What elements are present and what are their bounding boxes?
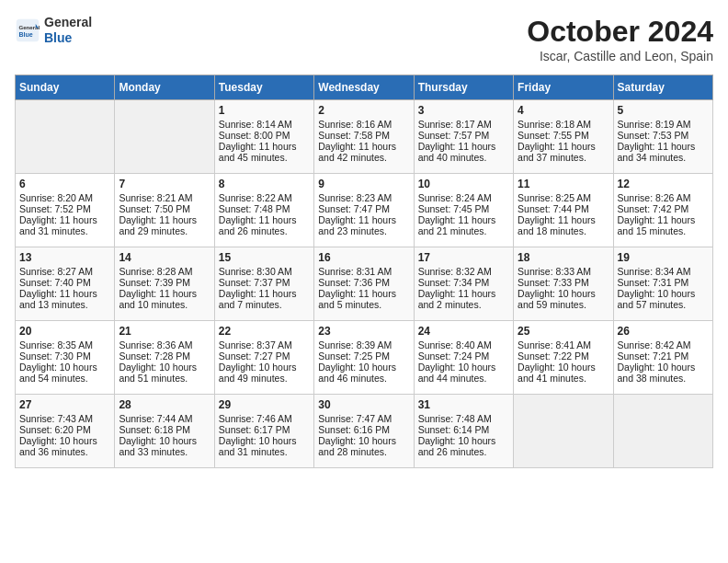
day-info: Sunrise: 8:16 AM xyxy=(318,119,409,130)
calendar-cell: 25Sunrise: 8:41 AMSunset: 7:22 PMDayligh… xyxy=(514,321,613,395)
day-number: 31 xyxy=(418,398,509,411)
day-info: Sunset: 7:57 PM xyxy=(418,130,509,141)
day-info: Sunrise: 8:25 AM xyxy=(518,192,609,203)
day-info: Sunrise: 8:22 AM xyxy=(219,192,310,203)
day-number: 7 xyxy=(119,178,210,190)
calendar-cell: 26Sunrise: 8:42 AMSunset: 7:21 PMDayligh… xyxy=(613,321,712,395)
day-info: Daylight: 11 hours and 34 minutes. xyxy=(618,141,709,163)
weekday-header: Saturday xyxy=(613,75,712,100)
day-info: Sunrise: 8:36 AM xyxy=(119,339,210,350)
day-info: Sunset: 7:36 PM xyxy=(318,277,409,288)
weekday-header: Tuesday xyxy=(214,75,313,100)
calendar-cell: 18Sunrise: 8:33 AMSunset: 7:33 PMDayligh… xyxy=(514,247,613,321)
day-number: 11 xyxy=(518,178,609,190)
calendar-cell: 9Sunrise: 8:23 AMSunset: 7:47 PMDaylight… xyxy=(314,174,414,247)
day-number: 20 xyxy=(19,325,110,338)
day-info: Sunset: 6:18 PM xyxy=(119,424,210,435)
day-number: 6 xyxy=(19,178,110,190)
calendar-cell: 14Sunrise: 8:28 AMSunset: 7:39 PMDayligh… xyxy=(115,247,214,321)
day-info: Sunset: 7:53 PM xyxy=(618,130,709,141)
day-info: Daylight: 11 hours and 5 minutes. xyxy=(318,288,409,310)
calendar-cell: 28Sunrise: 7:44 AMSunset: 6:18 PMDayligh… xyxy=(115,395,214,468)
day-number: 3 xyxy=(418,104,509,117)
day-info: Daylight: 10 hours and 51 minutes. xyxy=(119,362,210,384)
day-info: Sunset: 6:14 PM xyxy=(418,424,509,435)
day-info: Sunrise: 7:48 AM xyxy=(418,413,509,424)
day-info: Sunset: 7:39 PM xyxy=(119,277,210,288)
day-info: Daylight: 11 hours and 42 minutes. xyxy=(318,141,409,163)
calendar-cell: 29Sunrise: 7:46 AMSunset: 6:17 PMDayligh… xyxy=(214,395,313,468)
location-text: Iscar, Castille and Leon, Spain xyxy=(527,49,713,63)
day-number: 19 xyxy=(618,251,709,264)
weekday-header: Sunday xyxy=(16,75,115,100)
day-number: 26 xyxy=(618,325,709,338)
day-info: Daylight: 11 hours and 40 minutes. xyxy=(418,141,509,163)
calendar-cell: 21Sunrise: 8:36 AMSunset: 7:28 PMDayligh… xyxy=(115,321,214,395)
calendar-week-row: 6Sunrise: 8:20 AMSunset: 7:52 PMDaylight… xyxy=(16,174,713,247)
day-number: 5 xyxy=(618,104,709,117)
calendar-cell: 5Sunrise: 8:19 AMSunset: 7:53 PMDaylight… xyxy=(613,100,712,174)
day-number: 13 xyxy=(19,251,110,264)
day-info: Sunrise: 8:33 AM xyxy=(518,266,609,277)
day-info: Sunset: 7:30 PM xyxy=(19,350,110,362)
day-number: 17 xyxy=(418,251,509,264)
day-info: Sunrise: 8:21 AM xyxy=(119,192,210,203)
day-info: Daylight: 10 hours and 41 minutes. xyxy=(518,362,609,384)
calendar-cell: 6Sunrise: 8:20 AMSunset: 7:52 PMDaylight… xyxy=(16,174,115,247)
calendar-cell: 16Sunrise: 8:31 AMSunset: 7:36 PMDayligh… xyxy=(314,247,414,321)
day-number: 28 xyxy=(119,398,210,411)
day-number: 22 xyxy=(219,325,310,338)
day-number: 2 xyxy=(318,104,409,117)
calendar-cell: 3Sunrise: 8:17 AMSunset: 7:57 PMDaylight… xyxy=(414,100,513,174)
day-info: Daylight: 11 hours and 7 minutes. xyxy=(219,288,310,310)
day-info: Sunset: 7:25 PM xyxy=(318,350,409,362)
day-info: Sunrise: 8:32 AM xyxy=(418,266,509,277)
day-number: 14 xyxy=(119,251,210,264)
day-info: Sunset: 7:55 PM xyxy=(518,130,609,141)
day-info: Sunrise: 8:27 AM xyxy=(19,266,110,277)
day-info: Daylight: 10 hours and 54 minutes. xyxy=(19,362,110,384)
day-info: Sunrise: 8:23 AM xyxy=(318,192,409,203)
day-info: Sunset: 7:58 PM xyxy=(318,130,409,141)
day-info: Sunrise: 7:44 AM xyxy=(119,413,210,424)
calendar-cell xyxy=(115,100,214,174)
calendar-cell xyxy=(514,395,613,468)
day-info: Sunset: 7:48 PM xyxy=(219,203,310,214)
day-number: 16 xyxy=(318,251,409,264)
day-info: Sunrise: 8:20 AM xyxy=(19,192,110,203)
calendar-cell: 15Sunrise: 8:30 AMSunset: 7:37 PMDayligh… xyxy=(214,247,313,321)
day-info: Daylight: 11 hours and 15 minutes. xyxy=(618,214,709,236)
day-info: Daylight: 11 hours and 21 minutes. xyxy=(418,214,509,236)
day-info: Daylight: 10 hours and 38 minutes. xyxy=(618,362,709,384)
day-info: Sunset: 7:28 PM xyxy=(119,350,210,362)
day-info: Sunset: 7:33 PM xyxy=(518,277,609,288)
day-info: Daylight: 11 hours and 45 minutes. xyxy=(219,141,310,163)
day-info: Daylight: 11 hours and 29 minutes. xyxy=(119,214,210,236)
calendar-cell: 17Sunrise: 8:32 AMSunset: 7:34 PMDayligh… xyxy=(414,247,513,321)
day-info: Sunrise: 8:19 AM xyxy=(618,119,709,130)
day-info: Sunrise: 7:47 AM xyxy=(318,413,409,424)
day-info: Sunset: 7:27 PM xyxy=(219,350,310,362)
weekday-header-row: SundayMondayTuesdayWednesdayThursdayFrid… xyxy=(16,75,713,100)
day-info: Sunset: 7:45 PM xyxy=(418,203,509,214)
day-info: Sunset: 7:22 PM xyxy=(518,350,609,362)
day-info: Daylight: 10 hours and 28 minutes. xyxy=(318,435,409,457)
day-info: Daylight: 10 hours and 31 minutes. xyxy=(219,435,310,457)
day-info: Sunrise: 8:14 AM xyxy=(219,119,310,130)
calendar-cell: 7Sunrise: 8:21 AMSunset: 7:50 PMDaylight… xyxy=(115,174,214,247)
calendar-cell: 22Sunrise: 8:37 AMSunset: 7:27 PMDayligh… xyxy=(214,321,313,395)
calendar-cell: 24Sunrise: 8:40 AMSunset: 7:24 PMDayligh… xyxy=(414,321,513,395)
svg-text:Blue: Blue xyxy=(18,31,32,38)
day-info: Sunset: 7:44 PM xyxy=(518,203,609,214)
day-info: Daylight: 11 hours and 13 minutes. xyxy=(19,288,110,310)
day-info: Sunrise: 8:24 AM xyxy=(418,192,509,203)
day-number: 4 xyxy=(518,104,609,117)
day-number: 25 xyxy=(518,325,609,338)
calendar-cell: 2Sunrise: 8:16 AMSunset: 7:58 PMDaylight… xyxy=(314,100,414,174)
day-info: Sunrise: 8:42 AM xyxy=(618,339,709,350)
day-info: Sunrise: 8:28 AM xyxy=(119,266,210,277)
weekday-header: Monday xyxy=(115,75,214,100)
day-info: Sunset: 7:40 PM xyxy=(19,277,110,288)
day-info: Sunrise: 8:26 AM xyxy=(618,192,709,203)
day-number: 18 xyxy=(518,251,609,264)
